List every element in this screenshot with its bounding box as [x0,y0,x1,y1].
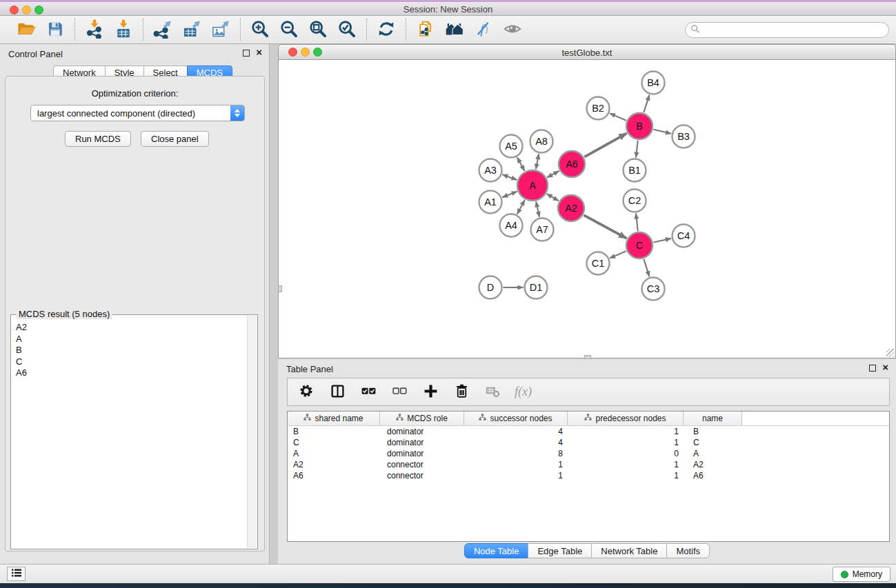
memory-button[interactable]: Memory [833,567,890,582]
zoom-out-button[interactable] [277,18,301,41]
graph-node-A7[interactable]: A7 [531,219,554,241]
import-table-button[interactable] [112,18,135,41]
column-edit-icon [584,414,592,423]
column-edit-icon [479,414,486,423]
function-hide-button[interactable]: f [472,18,495,41]
svg-text:A5: A5 [505,141,517,152]
graph-node-B2[interactable]: B2 [587,97,610,120]
task-history-button[interactable] [7,567,26,581]
mcds-result-item[interactable]: A6 [12,367,246,379]
graph-edge [535,201,541,217]
mcds-result-list[interactable]: A2ABCA6 [12,322,246,547]
svg-text:D: D [487,282,494,293]
graph-node-A6[interactable]: A6 [559,151,585,177]
deselect-all-icon [392,384,407,401]
tab-edge-table[interactable]: Edge Table [528,543,592,558]
tab-network-table[interactable]: Network Table [591,543,667,558]
graph-edge [584,215,627,239]
graph-node-B4[interactable]: B4 [642,72,665,94]
delete-row-icon [455,384,469,401]
network-canvas[interactable]: B4B2BB3A5A8A6A3B1AA1C2A2A4A7C4CC1DD1C3 [278,60,896,358]
delete-row-button[interactable] [452,383,470,401]
tab-node-table[interactable]: Node Table [464,543,529,558]
table-row[interactable]: A6connector11A6 [288,470,889,481]
clone-network-button[interactable] [414,18,437,41]
export-network-icon [153,19,172,41]
refresh-button[interactable] [375,18,398,41]
table-cell: 4 [464,438,568,447]
table-cell: A6 [684,471,742,480]
table-row[interactable]: Adominator80A [288,448,889,459]
graph-node-A4[interactable]: A4 [500,214,523,237]
table-toolbar: f(x) [287,378,890,406]
search-input[interactable] [700,24,888,37]
graph-edge [504,285,524,290]
table-row[interactable]: A2connector11A2 [288,459,889,470]
resize-grip[interactable] [886,349,895,357]
graph-node-C[interactable]: C [626,232,653,258]
open-folder-button[interactable] [14,18,38,41]
graph-edge [654,237,672,242]
mcds-result-item[interactable]: C [12,356,246,368]
graph-node-C2[interactable]: C2 [624,190,646,212]
graph-node-B[interactable]: B [626,113,653,139]
graph-node-B1[interactable]: B1 [624,159,646,182]
mcds-result-item[interactable]: A [12,334,246,345]
column-header-successor-nodes[interactable]: successor nodes [464,412,568,425]
graph-node-D[interactable]: D [479,276,502,299]
main-titlebar: Session: New Session [0,0,896,16]
graph-node-C3[interactable]: C3 [642,278,665,301]
run-mcds-button[interactable]: Run MCDS [65,131,131,147]
graph-node-C4[interactable]: C4 [673,225,695,247]
criterion-dropdown[interactable]: largest connected component (directed) [30,105,245,121]
column-header-shared-name[interactable]: shared name [288,412,380,425]
tab-motifs[interactable]: Motifs [666,543,710,558]
table-row[interactable]: Bdominator41B [288,426,889,437]
destroy-table-button[interactable] [484,383,501,401]
search-box[interactable] [685,22,889,38]
splitter-handle-left[interactable] [278,285,282,292]
select-all-button[interactable] [359,383,377,401]
table-row[interactable]: Cdominator41C [288,437,889,448]
home-button[interactable] [443,18,466,41]
zoom-in-button[interactable] [248,18,272,41]
column-button[interactable] [328,383,346,401]
table-close-icon[interactable]: × [882,362,888,373]
graph-node-D1[interactable]: D1 [525,276,548,299]
node-table[interactable]: shared nameMCDS rolesuccessor nodesprede… [287,411,890,542]
graph-node-A1[interactable]: A1 [479,191,502,214]
zoom-fit-button[interactable] [306,18,330,41]
close-panel-icon[interactable]: × [256,47,262,58]
column-header-name[interactable]: name [684,412,742,425]
toolbar-group: f [406,18,532,41]
mcds-result-item[interactable]: B [12,345,246,356]
mcds-result-item[interactable]: A2 [12,322,246,334]
graph-node-C1[interactable]: C1 [587,252,610,275]
eye-button[interactable] [501,18,524,41]
export-table-button[interactable] [180,18,203,41]
graph-edge [502,191,517,197]
graph-node-A8[interactable]: A8 [530,130,553,153]
graph-node-A[interactable]: A [517,170,548,201]
close-panel-button[interactable]: Close panel [141,131,209,147]
add-row-button[interactable] [421,383,439,401]
table-float-icon[interactable] [869,365,876,372]
graph-node-A5[interactable]: A5 [500,135,523,158]
zoom-selected-icon [337,19,357,41]
save-button[interactable] [43,18,67,41]
graph-node-A2[interactable]: A2 [558,195,584,221]
column-header-MCDS-role[interactable]: MCDS role [380,412,464,425]
export-network-button[interactable] [151,18,175,41]
graph-node-B3[interactable]: B3 [673,125,695,148]
float-panel-icon[interactable] [243,50,250,57]
result-scrollbar[interactable] [247,316,257,548]
import-network-button[interactable] [83,18,106,41]
export-image-button[interactable] [209,18,232,41]
graph-node-A3[interactable]: A3 [479,159,502,182]
column-header-predecessor-nodes[interactable]: predecessor nodes [568,412,684,425]
deselect-all-button[interactable] [390,383,408,401]
zoom-selected-button[interactable] [335,18,359,41]
gear-button[interactable] [297,383,315,401]
clone-network-icon [417,20,435,40]
svg-text:B: B [636,121,643,132]
